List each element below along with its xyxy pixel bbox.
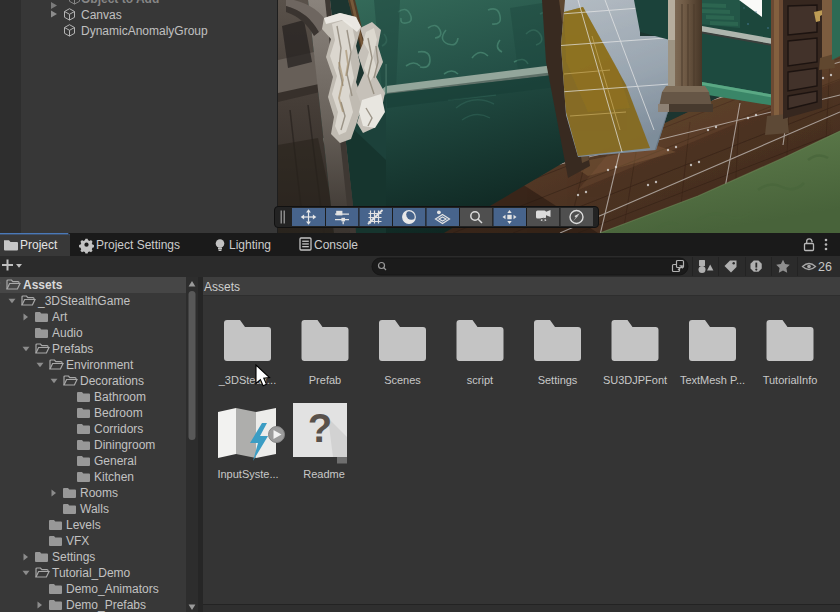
svg-text:Walls: Walls [80,502,109,516]
svg-text:DynamicAnomalyGroup: DynamicAnomalyGroup [81,24,208,38]
svg-text:_3DStealthGame: _3DStealthGame [37,294,130,308]
svg-text:Diningroom: Diningroom [94,438,155,452]
svg-text:Kitchen: Kitchen [94,470,134,484]
svg-text:Decorations: Decorations [80,374,144,388]
svg-text:Corridors: Corridors [94,422,143,436]
svg-text:Assets: Assets [204,280,240,294]
svg-text:Object to Add: Object to Add [81,0,159,6]
svg-text:Audio: Audio [52,326,83,340]
svg-text:?: ? [308,406,332,450]
svg-text:Prefabs: Prefabs [52,342,93,356]
svg-text:Readme: Readme [303,468,345,480]
svg-text:Canvas: Canvas [81,8,122,22]
svg-text:Settings: Settings [538,374,578,386]
svg-text:TutorialInfo: TutorialInfo [763,374,818,386]
svg-text:Assets: Assets [23,278,63,292]
svg-text:Project Settings: Project Settings [96,238,180,252]
svg-text:Prefab: Prefab [309,374,341,386]
svg-text:Scenes: Scenes [384,374,421,386]
svg-text:InputSyste...: InputSyste... [217,468,278,480]
svg-text:script: script [467,374,493,386]
svg-text:SU3DJPFont: SU3DJPFont [603,374,667,386]
svg-text:Demo_Prefabs: Demo_Prefabs [66,598,146,612]
svg-text:Demo_Animators: Demo_Animators [66,582,159,596]
svg-text:Rooms: Rooms [80,486,118,500]
svg-text:General: General [94,454,137,468]
svg-text:VFX: VFX [66,534,89,548]
svg-text:Settings: Settings [52,550,95,564]
svg-text:Tutorial_Demo: Tutorial_Demo [52,566,131,580]
svg-text:Art: Art [52,310,68,324]
svg-text:26: 26 [818,260,832,274]
svg-text:Levels: Levels [66,518,101,532]
svg-text:TextMesh P...: TextMesh P... [680,374,745,386]
svg-text:Bathroom: Bathroom [94,390,146,404]
svg-text:Lighting: Lighting [229,238,271,252]
svg-text:Bedroom: Bedroom [94,406,143,420]
svg-text:Environment: Environment [66,358,134,372]
svg-text:Project: Project [20,238,58,252]
svg-text:Console: Console [314,238,358,252]
